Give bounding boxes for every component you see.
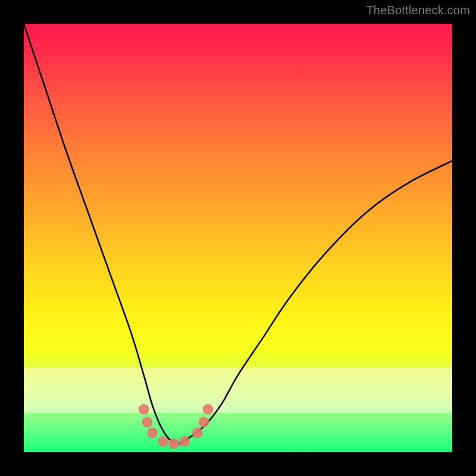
marker-dot	[198, 417, 209, 428]
watermark-text: TheBottleneck.com	[366, 4, 470, 17]
marker-dot	[168, 439, 179, 449]
bottleneck-curve	[24, 24, 452, 444]
marker-dot	[179, 436, 190, 447]
marker-dot	[192, 428, 203, 439]
highlight-markers	[139, 404, 214, 449]
marker-dot	[147, 428, 158, 439]
marker-dot	[158, 436, 168, 447]
marker-dot	[142, 417, 152, 428]
marker-dot	[203, 404, 214, 415]
chart-svg	[24, 24, 452, 452]
chart-frame: TheBottleneck.com	[0, 0, 476, 476]
marker-dot	[139, 404, 149, 415]
